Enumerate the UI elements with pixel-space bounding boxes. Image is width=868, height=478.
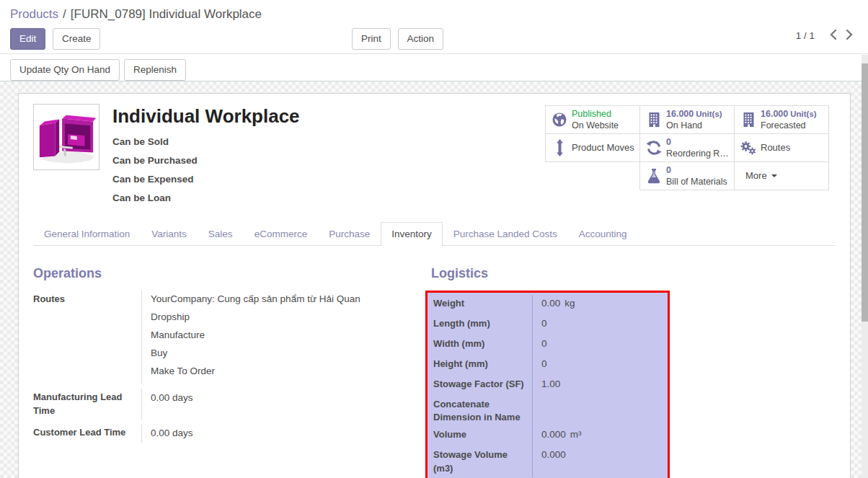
field-label: Width (mm) bbox=[428, 335, 532, 355]
stat-button-reordering-r[interactable]: 0 Reordering R… bbox=[639, 133, 735, 162]
route-option: Dropship bbox=[151, 311, 425, 324]
stat-button-on-hand[interactable]: 16.000Unit(s) On Hand bbox=[639, 105, 735, 134]
tab-purchase[interactable]: Purchase bbox=[318, 222, 381, 246]
vertical-scrollbar-track[interactable] bbox=[862, 55, 868, 478]
field-row: Stowage Factor (SF) 1.00 bbox=[428, 376, 668, 396]
logistics-group: Logistics Weight 0.00 kg Length (mm) bbox=[425, 266, 836, 478]
logistics-highlighted-box: Weight 0.00 kg Length (mm) 0 bbox=[425, 291, 670, 478]
stat-button-grid: Published On Website bbox=[545, 105, 831, 212]
field-value: 1.00 bbox=[532, 376, 668, 396]
route-option: Manufacture bbox=[151, 329, 425, 342]
arrows-v-icon bbox=[549, 139, 570, 156]
stat-button-text: Published On Website bbox=[572, 108, 619, 132]
route-label: Manufacture bbox=[151, 329, 205, 342]
tab-inventory[interactable]: Inventory bbox=[381, 222, 443, 246]
routes-field-label: Routes bbox=[33, 291, 141, 384]
stat-button-text: 16.000Unit(s) Forecasted bbox=[761, 108, 817, 132]
logistics-heading: Logistics bbox=[431, 266, 836, 281]
workplace-pod-illustration bbox=[35, 106, 97, 168]
field-row: Weight 0.00 kg bbox=[428, 295, 668, 315]
statusbar-button-replenish[interactable]: Replenish bbox=[124, 59, 186, 81]
breadcrumb-separator: / bbox=[63, 7, 66, 21]
field-label: Volume bbox=[428, 426, 532, 446]
field-label: Customer Lead Time bbox=[33, 424, 141, 443]
refresh-icon bbox=[644, 141, 664, 155]
field-label: Concatenate Dimension in Name bbox=[428, 396, 532, 426]
field-label: Weight bbox=[428, 295, 532, 315]
flag-label: Can be Expensed bbox=[112, 174, 194, 185]
route-option: Buy bbox=[151, 347, 425, 360]
field-value: 0.00 days bbox=[141, 389, 425, 419]
field-row: Customer Lead Time 0.00 days bbox=[33, 424, 425, 443]
field-value bbox=[532, 396, 668, 426]
product-flag-row: Can be Loan bbox=[112, 192, 545, 203]
tab-accounting[interactable]: Accounting bbox=[568, 222, 638, 246]
breadcrumb-products-link[interactable]: Products bbox=[10, 7, 58, 21]
stat-button-on-website[interactable]: Published On Website bbox=[545, 105, 640, 134]
action-dropdown[interactable]: Action bbox=[398, 28, 444, 50]
product-image bbox=[33, 104, 99, 170]
pager-next-button[interactable] bbox=[841, 28, 858, 43]
stat-button-routes[interactable]: Routes bbox=[734, 133, 829, 162]
stat-button-text: 0 Bill of Materials bbox=[666, 164, 727, 188]
field-label: Manufacturing Lead Time bbox=[33, 389, 141, 419]
route-label: Dropship bbox=[151, 311, 190, 324]
stat-button-text: More bbox=[745, 170, 777, 182]
flag-label: Can be Loan bbox=[112, 192, 171, 203]
route-label: Make To Order bbox=[151, 365, 215, 379]
caret-down-icon bbox=[771, 174, 777, 177]
field-row: Manufacturing Lead Time 0.00 days bbox=[33, 389, 425, 419]
stat-button-text: Product Moves bbox=[572, 142, 634, 154]
tab-purchase-landed-costs[interactable]: Purchase Landed Costs bbox=[443, 222, 568, 246]
field-value: 0.00 kg bbox=[532, 295, 668, 315]
statusbar: Update Qty On HandReplenish bbox=[0, 54, 868, 81]
route-option: YourCompany: Cung cấp sản phẩm từ Hải Qu… bbox=[151, 293, 425, 306]
field-value: 0 bbox=[532, 355, 668, 376]
chevron-left-icon bbox=[830, 31, 836, 42]
product-flag-row: Can be Sold bbox=[112, 136, 545, 147]
stat-button bbox=[545, 161, 640, 190]
control-panel-center: Print Action bbox=[352, 28, 443, 50]
field-row: Width (mm) 0 bbox=[428, 335, 668, 355]
field-label: Stowage Factor (SF) bbox=[428, 376, 532, 396]
field-value: 0 bbox=[532, 335, 668, 355]
tab-ecommerce[interactable]: eCommerce bbox=[244, 222, 319, 246]
pager-previous-button[interactable] bbox=[825, 28, 841, 43]
field-label: Length (mm) bbox=[428, 315, 532, 335]
breadcrumb-current: [FURN_0789] Individual Workplace bbox=[71, 7, 262, 21]
stat-button-product-moves[interactable]: Product Moves bbox=[545, 133, 640, 162]
stat-button-forecasted[interactable]: 16.000Unit(s) Forecasted bbox=[734, 105, 829, 134]
routes-field-value: YourCompany: Cung cấp sản phẩm từ Hải Qu… bbox=[141, 291, 425, 384]
create-button[interactable]: Create bbox=[53, 28, 101, 50]
breadcrumb: Products/[FURN_0789] Individual Workplac… bbox=[10, 7, 858, 22]
chevron-right-icon bbox=[846, 31, 853, 42]
notebook-tabs: General InformationVariantsSaleseCommerc… bbox=[33, 222, 836, 246]
flag-label: Can be Purchased bbox=[112, 155, 198, 166]
building-icon bbox=[738, 112, 758, 128]
field-row: Height (mm) 0 bbox=[428, 355, 668, 376]
globe-icon bbox=[549, 112, 570, 128]
field-row: Concatenate Dimension in Name bbox=[428, 396, 668, 426]
flag-label: Can be Sold bbox=[112, 136, 169, 147]
edit-button[interactable]: Edit bbox=[10, 28, 45, 50]
stat-button-text: 0 Reordering R… bbox=[666, 136, 729, 160]
route-label: YourCompany: Cung cấp sản phẩm từ Hải Qu… bbox=[151, 293, 360, 306]
field-row: Volume 0.000 m³ bbox=[428, 426, 668, 446]
control-panel: Products/[FURN_0789] Individual Workplac… bbox=[0, 0, 868, 54]
print-dropdown[interactable]: Print bbox=[352, 28, 391, 50]
pager-value: 1 / 1 bbox=[796, 30, 815, 41]
vertical-scrollbar-thumb[interactable] bbox=[862, 63, 868, 322]
route-label: Buy bbox=[151, 347, 167, 360]
statusbar-button-update-qty-on-hand[interactable]: Update Qty On Hand bbox=[10, 59, 120, 81]
tab-sales[interactable]: Sales bbox=[198, 222, 244, 246]
stat-button-bill-of-materials[interactable]: 0 Bill of Materials bbox=[639, 161, 735, 190]
tab-general-information[interactable]: General Information bbox=[33, 222, 141, 246]
building-icon bbox=[644, 112, 664, 128]
tab-variants[interactable]: Variants bbox=[141, 222, 198, 246]
field-value: 0.000 m³ bbox=[532, 426, 668, 446]
stat-button-text: Routes bbox=[761, 142, 790, 154]
field-row: Stowage Volume (m3) 0.000 bbox=[428, 446, 668, 477]
stat-button-more[interactable]: More bbox=[734, 161, 829, 190]
stat-button-text: 16.000Unit(s) On Hand bbox=[666, 108, 722, 132]
form-view-background: Individual Workplace Can be Sold Can be … bbox=[0, 81, 868, 478]
